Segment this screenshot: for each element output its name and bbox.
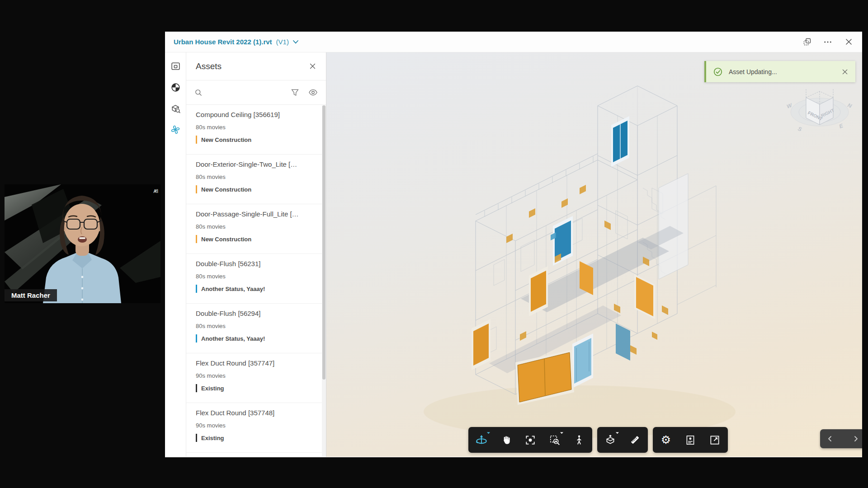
asset-status-text: New Construction	[201, 236, 251, 243]
asset-name: Door-Exterior-Single-Two_Lite […	[196, 160, 320, 168]
settings-tool-group: ⚙	[653, 427, 728, 453]
zoom-window-button[interactable]	[542, 427, 567, 453]
watermark-arrow-icon	[153, 188, 158, 193]
status-color-bar	[196, 334, 197, 343]
next-panel-icon[interactable]	[853, 436, 859, 442]
assets-panel-title: Assets	[196, 61, 222, 71]
asset-list-item[interactable]: Double-Flush [56294] 80s movies Another …	[186, 304, 326, 353]
measure-button[interactable]	[623, 427, 647, 453]
asset-status: New Construction	[196, 185, 320, 193]
assets-search-row	[186, 80, 326, 105]
orbit-tool-button[interactable]	[469, 427, 494, 453]
left-tool-rail	[165, 52, 186, 457]
compare-icon[interactable]	[802, 37, 812, 47]
document-version: (V1)	[276, 38, 289, 46]
asset-status-text: Another Status, Yaaay!	[201, 286, 265, 292]
asset-status-text: Existing	[201, 385, 224, 392]
webcam-video-frame	[5, 184, 160, 303]
search-icon	[194, 89, 203, 97]
assets-panel-header: Assets	[186, 52, 326, 80]
sheets-views-icon[interactable]	[170, 61, 181, 71]
asset-list-item[interactable]: Double-Flush [56231] 80s movies Another …	[186, 254, 326, 304]
apps-grid-icon[interactable]	[838, 434, 848, 444]
status-color-bar	[196, 235, 197, 243]
search-input[interactable]	[208, 89, 285, 96]
status-color-bar	[196, 136, 197, 144]
fullscreen-button[interactable]	[703, 427, 727, 453]
section-analysis-button[interactable]	[598, 427, 623, 453]
assets-close-icon[interactable]	[309, 62, 316, 70]
model-viewport[interactable]: FRONT RIGHT W N S E Asset Updating...	[326, 52, 862, 457]
previous-panel-icon[interactable]	[827, 436, 833, 442]
asset-category: 90s movies	[196, 422, 320, 429]
asset-status-text: New Construction	[201, 186, 251, 193]
check-circle-icon	[713, 67, 723, 77]
status-color-bar	[196, 185, 197, 193]
asset-status: Existing	[196, 434, 320, 442]
participant-name-label: Matt Racher	[5, 289, 57, 301]
video-app-watermark: AI	[153, 188, 158, 194]
asset-category: 80s movies	[196, 223, 320, 230]
asset-name: Flex Duct Round [357747]	[196, 359, 320, 367]
fit-to-view-button[interactable]	[518, 427, 542, 453]
asset-status: New Construction	[196, 136, 320, 144]
asset-list-item[interactable]: Flex Duct Round [357747] 90s movies Exis…	[186, 353, 326, 403]
first-person-button[interactable]	[567, 427, 591, 453]
asset-category: 80s movies	[196, 174, 320, 180]
pan-tool-button[interactable]	[494, 427, 518, 453]
asset-status-text: New Construction	[201, 136, 251, 143]
viewcube-east-label[interactable]: E	[838, 122, 844, 130]
toast-close-icon[interactable]	[841, 68, 849, 75]
assets-tool-icon[interactable]	[170, 124, 181, 135]
asset-status: Another Status, Yaaay!	[196, 285, 320, 293]
asset-list-item[interactable]: Door-Passage-Single-Full_Lite [… 80s mov…	[186, 204, 326, 254]
visibility-eye-icon[interactable]	[308, 88, 318, 97]
assets-scrollbar[interactable]	[322, 105, 326, 457]
webcam-video-tile: AI Matt Racher	[5, 184, 160, 303]
asset-category: 80s movies	[196, 323, 320, 329]
titlebar-actions	[802, 37, 854, 47]
asset-status-text: Another Status, Yaaay!	[201, 335, 265, 342]
viewcube-south-label[interactable]: S	[797, 126, 802, 133]
asset-status: New Construction	[196, 235, 320, 243]
title-bar: Urban House Revit 2022 (1).rvt (V1)	[165, 32, 862, 52]
asset-name: Flex Duct Round [357748]	[196, 409, 320, 417]
asset-list-item[interactable]: Compound Ceiling [356619] 80s movies New…	[186, 105, 326, 155]
panel-switcher-pill	[820, 429, 862, 448]
assets-panel: Assets Com	[186, 52, 326, 457]
asset-updating-toast: Asset Updating...	[704, 61, 855, 82]
status-color-bar	[196, 434, 197, 442]
document-title: Urban House Revit 2022 (1).rvt	[174, 38, 272, 46]
asset-name: Double-Flush [56231]	[196, 260, 320, 267]
filter-icon[interactable]	[291, 88, 299, 97]
asset-list: Compound Ceiling [356619] 80s movies New…	[186, 105, 326, 457]
viewcube-north-label[interactable]: N	[847, 102, 853, 109]
asset-category: 90s movies	[196, 372, 320, 379]
asset-list-item[interactable]: Door-Exterior-Single-Two_Lite [… 80s mov…	[186, 155, 326, 204]
scrollbar-thumb[interactable]	[322, 105, 326, 380]
asset-name: Double-Flush [56294]	[196, 310, 320, 317]
asset-category: 80s movies	[196, 273, 320, 280]
more-options-icon[interactable]	[823, 37, 833, 47]
view-cube[interactable]: FRONT RIGHT W N S E	[780, 79, 859, 137]
zoom-flyout-badge	[560, 431, 563, 434]
render-settings-button[interactable]	[678, 427, 703, 453]
visual-styles-icon[interactable]	[170, 82, 181, 93]
viewer-toolbar: ⚙	[468, 427, 728, 453]
asset-list-item[interactable]: Flex Duct Round [357748] 90s movies Exis…	[186, 403, 326, 453]
close-window-icon[interactable]	[844, 37, 854, 47]
asset-status-text: Existing	[201, 435, 224, 441]
asset-status: Another Status, Yaaay!	[196, 334, 320, 343]
status-color-bar	[196, 285, 197, 293]
model-browser-icon[interactable]	[170, 103, 181, 114]
viewer-window: Urban House Revit 2022 (1).rvt (V1)	[165, 32, 862, 457]
asset-category: 80s movies	[196, 124, 320, 131]
analyze-tool-group	[597, 427, 648, 453]
window-body: Assets Com	[165, 52, 862, 457]
section-flyout-badge	[616, 431, 619, 434]
document-title-dropdown[interactable]: Urban House Revit 2022 (1).rvt (V1)	[174, 38, 298, 46]
navigate-tool-group	[468, 427, 592, 453]
asset-name: Door-Passage-Single-Full_Lite […	[196, 210, 320, 218]
settings-button[interactable]: ⚙	[654, 427, 678, 453]
asset-name: Compound Ceiling [356619]	[196, 111, 320, 118]
